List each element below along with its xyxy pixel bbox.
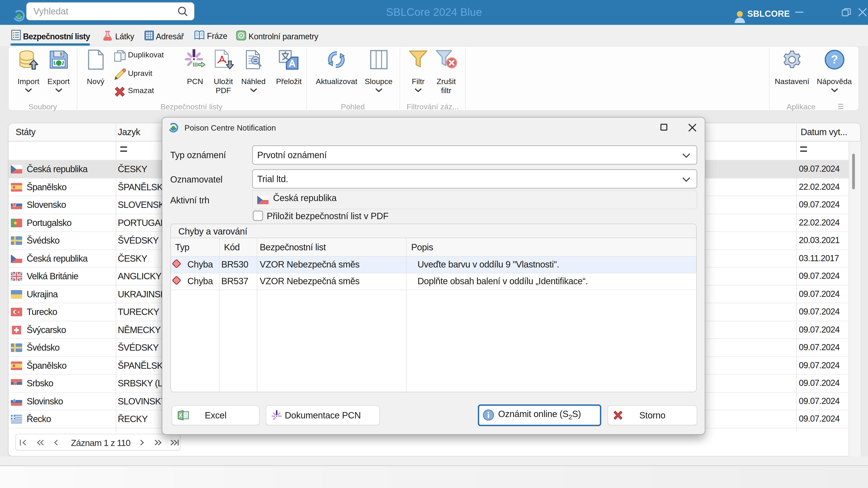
svg-text:?: ? xyxy=(831,53,838,66)
